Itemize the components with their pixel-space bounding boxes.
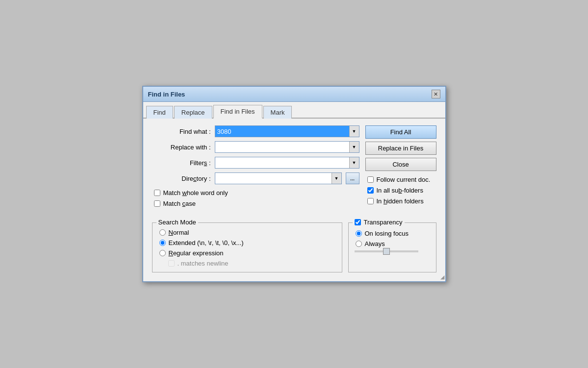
tab-find-in-files[interactable]: Find in Files [213,105,262,119]
transparency-checkbox[interactable] [355,219,361,225]
match-case-label: Match case [163,200,196,207]
match-whole-word-label: Match whole word only [163,189,228,196]
replace-with-dropdown-arrow[interactable]: ▼ [349,142,359,152]
newline-option-row: . matches newline [168,260,336,267]
normal-radio-label: Normal [169,229,189,236]
normal-radio[interactable] [159,229,166,236]
match-whole-word-checkbox[interactable] [154,190,160,196]
in-hidden-folders-label: In hidden folders [377,197,424,205]
find-in-files-dialog: Find in Files ✕ Find Replace Find in Fil… [142,86,446,282]
close-window-button[interactable]: ✕ [432,90,440,98]
transparency-section: Transparency On losing focus Always [348,222,436,272]
window-title: Find in Files [148,91,185,98]
find-what-dropdown-arrow[interactable]: ▼ [349,126,359,137]
directory-input-wrapper: ▼ [215,172,342,184]
follow-current-doc-label: Follow current doc. [377,176,431,183]
transparency-title: Transparency [364,219,403,226]
tab-mark[interactable]: Mark [263,106,292,119]
normal-radio-row: Normal [159,229,336,236]
on-losing-focus-label: On losing focus [365,230,409,237]
newline-label: . matches newline [178,260,229,267]
directory-dropdown-arrow[interactable]: ▼ [332,173,341,184]
follow-current-doc-row: Follow current doc. [367,176,436,183]
title-bar: Find in Files ✕ [143,87,445,102]
bottom-sections: Search Mode Normal Extended (\n, \r, \t,… [152,217,436,272]
right-section: Find All Replace in Files Close Follow c… [365,125,436,211]
dialog-body: Find what : ▼ Replace with : ▼ [143,119,445,281]
replace-with-row: Replace with : ▼ [152,141,359,153]
always-radio[interactable] [356,241,362,247]
extended-radio-label: Extended (\n, \r, \t, \0, \x...) [169,239,244,246]
find-what-label: Find what : [152,128,211,135]
find-what-input-wrapper: ▼ [215,125,359,137]
find-what-input[interactable] [215,126,349,137]
follow-current-doc-checkbox[interactable] [367,176,374,183]
find-all-button[interactable]: Find All [365,125,436,139]
tab-bar: Find Replace Find in Files Mark [143,102,445,119]
in-all-subfolders-checkbox[interactable] [367,187,374,194]
close-button[interactable]: Close [365,158,436,171]
resize-handle[interactable]: ◢ [438,274,445,281]
browse-button[interactable]: ... [346,172,359,184]
always-radio-row: Always [356,240,430,247]
search-mode-title: Search Mode [156,219,198,226]
match-case-row: Match case [154,200,359,207]
search-mode-options: Normal Extended (\n, \r, \t, \0, \x...) … [158,229,336,267]
filters-row: Filters : ▼ [152,157,359,169]
extended-radio-row: Extended (\n, \r, \t, \0, \x...) [159,239,336,246]
replace-with-label: Replace with : [152,144,211,151]
main-layout: Find what : ▼ Replace with : ▼ [152,125,436,211]
match-case-checkbox[interactable] [154,200,160,207]
transparency-slider-row [355,250,430,252]
regex-radio-label: Regular expression [169,249,224,257]
right-checkboxes: Follow current doc. In all sub-folders I… [365,176,436,208]
match-whole-word-row: Match whole word only [154,189,359,196]
on-losing-focus-radio[interactable] [356,230,362,237]
search-mode-section: Search Mode Normal Extended (\n, \r, \t,… [152,222,342,272]
on-losing-focus-radio-row: On losing focus [356,230,430,237]
filters-label: Filters : [152,159,211,167]
transparency-title-row: Transparency [353,219,405,226]
filters-input-wrapper: ▼ [215,157,359,169]
regex-radio-row: Regular expression [159,249,336,257]
in-all-subfolders-label: In all sub-folders [377,187,423,194]
in-all-subfolders-row: In all sub-folders [367,187,436,194]
left-fields: Find what : ▼ Replace with : ▼ [152,125,359,211]
replace-in-files-button[interactable]: Replace in Files [365,142,436,155]
tab-replace[interactable]: Replace [174,106,212,119]
in-hidden-folders-checkbox[interactable] [367,198,374,204]
in-hidden-folders-row: In hidden folders [367,197,436,205]
transparency-slider[interactable] [355,250,418,252]
tab-find[interactable]: Find [146,106,173,119]
directory-input[interactable] [215,173,332,184]
directory-row: Directory : ▼ ... [152,172,359,184]
transparency-options: On losing focus Always [355,230,430,252]
regex-radio[interactable] [159,250,166,256]
extended-radio[interactable] [159,240,166,246]
filters-dropdown-arrow[interactable]: ▼ [349,157,359,168]
find-what-row: Find what : ▼ [152,125,359,137]
newline-checkbox[interactable] [168,260,175,267]
directory-label: Directory : [152,175,211,182]
replace-with-input-wrapper: ▼ [215,141,359,153]
replace-with-input[interactable] [215,142,349,152]
filters-input[interactable] [215,157,349,168]
always-label: Always [365,240,385,247]
